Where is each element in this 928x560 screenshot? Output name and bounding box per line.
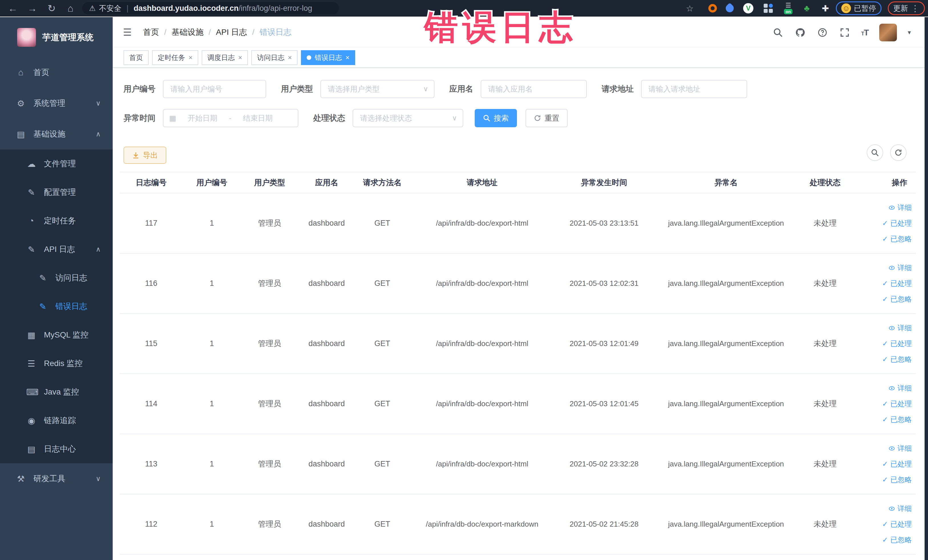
- address-bar[interactable]: ⚠ 不安全 | dashboard.yudao.iocoder.cn /infr…: [82, 2, 339, 15]
- table-row: 116 1 管理员 dashboard GET /api/infra/db-do…: [120, 253, 916, 314]
- help-icon[interactable]: [817, 27, 828, 38]
- cell-method: GET: [355, 218, 409, 228]
- extensions-puzzle-icon[interactable]: ✚: [817, 0, 833, 17]
- eye-icon: [888, 264, 895, 271]
- cell-user-id: 1: [183, 459, 241, 469]
- breadcrumb-home[interactable]: 首页: [143, 27, 159, 38]
- mark-processed-link[interactable]: ✓ 已处理: [882, 279, 912, 288]
- tab-scheduled-tasks[interactable]: 定时任务 ×: [152, 50, 198, 65]
- bookmark-star-icon[interactable]: ☆: [682, 0, 698, 17]
- close-icon[interactable]: ×: [189, 53, 192, 62]
- extension-on-icon[interactable]: ☰on: [780, 0, 796, 17]
- sidebar-item-trace[interactable]: ◉ 链路追踪: [0, 406, 113, 435]
- process-status-select[interactable]: [353, 110, 463, 127]
- sidebar-logo[interactable]: 芋道管理系统: [0, 17, 113, 57]
- refresh-table-button[interactable]: [890, 144, 907, 161]
- reset-button[interactable]: 重置: [525, 109, 568, 127]
- tab-schedule-log[interactable]: 调度日志 ×: [202, 50, 248, 65]
- app-name-input[interactable]: [481, 81, 586, 98]
- sidebar-item-mysql-monitor[interactable]: ▦ MySQL 监控: [0, 320, 113, 349]
- sidebar-item-label: 日志中心: [44, 444, 76, 455]
- user-type-select[interactable]: [321, 81, 434, 98]
- sidebar-item-redis-monitor[interactable]: ☰ Redis 监控: [0, 349, 113, 378]
- mark-processed-link[interactable]: ✓ 已处理: [882, 339, 912, 348]
- extension-grid-icon[interactable]: [760, 0, 776, 17]
- close-icon[interactable]: ×: [345, 53, 350, 62]
- mark-processed-link[interactable]: ✓ 已处理: [882, 399, 912, 409]
- detail-link[interactable]: 详细: [888, 383, 912, 393]
- sidebar-item-access-log[interactable]: ✎ 访问日志: [0, 264, 113, 292]
- sidebar-item-log-center[interactable]: ▤ 日志中心: [0, 435, 113, 463]
- exception-time-range-picker[interactable]: ▦ -: [163, 109, 298, 127]
- export-button[interactable]: 导出: [124, 146, 166, 164]
- date-end-input[interactable]: [234, 110, 281, 127]
- breadcrumb-infrastructure[interactable]: 基础设施: [171, 27, 203, 38]
- mark-ignored-link[interactable]: ✓ 已忽略: [882, 415, 912, 424]
- browser-home-icon[interactable]: ⌂: [63, 0, 78, 17]
- search-button[interactable]: 搜索: [475, 109, 517, 127]
- extension-leaf-icon[interactable]: ♣: [799, 0, 815, 17]
- cell-exception-time: 2021-05-03 12:01:45: [555, 399, 653, 409]
- detail-link[interactable]: 详细: [888, 203, 912, 212]
- mark-ignored-link[interactable]: ✓ 已忽略: [882, 355, 912, 364]
- avatar-caret-down-icon[interactable]: ▾: [908, 29, 911, 36]
- cell-request-url: /api/infra/db-doc/export-html: [409, 279, 555, 288]
- toggle-search-button[interactable]: [867, 144, 883, 161]
- extension-orange-icon[interactable]: [705, 0, 720, 17]
- chrome-menu-kebab-icon[interactable]: ⋮: [911, 3, 919, 14]
- user-avatar[interactable]: [879, 24, 897, 41]
- sidebar-item-home[interactable]: ⌂ 首页: [0, 57, 113, 88]
- home-icon: ⌂: [16, 68, 26, 77]
- tab-home[interactable]: 首页: [124, 50, 149, 65]
- sidebar-item-config-mgmt[interactable]: ✎ 配置管理: [0, 178, 113, 206]
- profile-paused-badge[interactable]: ☺ 已暂停: [836, 2, 882, 15]
- sidebar-item-infrastructure[interactable]: ▤ 基础设施 ∧: [0, 119, 113, 150]
- browser-back-icon[interactable]: ←: [6, 0, 20, 17]
- mark-ignored-link[interactable]: ✓ 已忽略: [882, 475, 912, 484]
- browser-forward-icon[interactable]: →: [25, 0, 40, 17]
- sidebar-item-error-log[interactable]: ✎ 错误日志: [0, 292, 113, 320]
- mark-processed-link[interactable]: ✓ 已处理: [882, 218, 912, 228]
- detail-link[interactable]: 详细: [888, 444, 912, 453]
- github-icon[interactable]: [795, 27, 806, 38]
- breadcrumb-api-log[interactable]: API 日志: [216, 27, 247, 38]
- sidebar-item-dev-tools[interactable]: ⚒ 研发工具 ∨: [0, 463, 113, 494]
- sidebar-item-system-mgmt[interactable]: ⚙ 系统管理 ∨: [0, 88, 113, 119]
- search-icon[interactable]: [772, 27, 784, 38]
- tab-access-log[interactable]: 访问日志 ×: [251, 50, 298, 65]
- mark-ignored-link[interactable]: ✓ 已忽略: [882, 535, 912, 545]
- search-icon: [483, 114, 490, 122]
- tab-error-log[interactable]: 错误日志 ×: [301, 50, 355, 65]
- mark-processed-link[interactable]: ✓ 已处理: [882, 459, 912, 469]
- detail-link[interactable]: 详细: [888, 323, 912, 333]
- close-icon[interactable]: ×: [288, 53, 292, 62]
- request-url-input[interactable]: [642, 81, 746, 98]
- detail-link[interactable]: 详细: [888, 263, 912, 272]
- profile-avatar-emoji: ☺: [841, 3, 851, 13]
- mark-processed-link[interactable]: ✓ 已处理: [882, 519, 912, 529]
- search-form: 用户编号 用户类型 ∨ 应用名 请求地址: [113, 68, 928, 127]
- user-id-input[interactable]: [163, 81, 266, 98]
- fullscreen-icon[interactable]: [839, 27, 850, 38]
- cell-log-id: 117: [120, 218, 183, 228]
- sidebar-toggle-hamburger-icon[interactable]: ☰: [123, 26, 131, 38]
- chrome-update-badge[interactable]: 更新 ⋮: [888, 2, 925, 15]
- close-icon[interactable]: ×: [238, 53, 242, 62]
- sidebar-item-java-monitor[interactable]: ⌨ Java 监控: [0, 378, 113, 406]
- extension-v-icon[interactable]: V: [740, 0, 756, 17]
- detail-link[interactable]: 详细: [888, 504, 912, 513]
- sidebar-item-scheduled-tasks[interactable]: ◔ 定时任务: [0, 206, 113, 235]
- browser-reload-icon[interactable]: ↻: [44, 0, 59, 17]
- window-scrollbar[interactable]: [925, 17, 928, 560]
- sidebar-item-file-mgmt[interactable]: ☁ 文件管理: [0, 150, 113, 178]
- cell-user-type: 管理员: [241, 278, 298, 288]
- mark-ignored-link[interactable]: ✓ 已忽略: [882, 294, 912, 304]
- font-size-icon[interactable]: TT: [861, 27, 868, 37]
- cell-method: GET: [355, 459, 409, 469]
- mark-ignored-link[interactable]: ✓ 已忽略: [882, 234, 912, 244]
- breadcrumb-separator: /: [252, 27, 255, 37]
- date-start-input[interactable]: [179, 110, 226, 127]
- sidebar-item-api-log[interactable]: ✎ API 日志 ∧: [0, 235, 113, 264]
- extension-blue-drop-icon[interactable]: [722, 0, 738, 17]
- column-header: 日志编号: [120, 177, 183, 188]
